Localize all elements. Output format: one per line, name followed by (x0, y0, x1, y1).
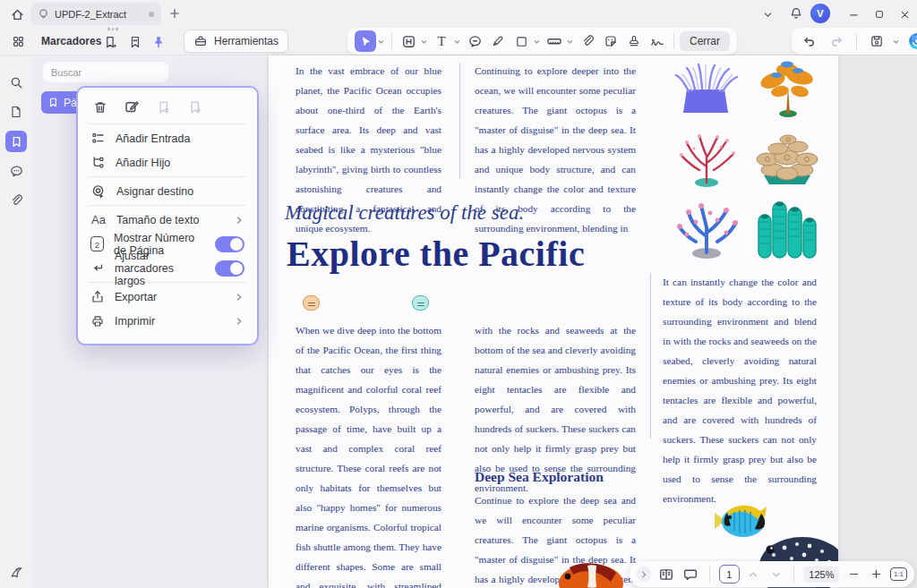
save-chevron-icon[interactable] (891, 37, 901, 47)
bookmark-search-input[interactable]: Buscar (43, 62, 168, 82)
reading-mode-button[interactable] (5, 561, 27, 583)
anemonefish-image (552, 560, 629, 588)
heading-tool-chevron-icon[interactable] (419, 37, 429, 47)
wrap-bookmarks-toggle[interactable] (215, 260, 244, 277)
menu-item-text-size[interactable]: Aa Tamaño de texto (78, 208, 257, 232)
sea-creatures-grid (667, 55, 828, 261)
search-icon (9, 75, 24, 90)
close-tools-label: Cerrar (690, 35, 720, 47)
bookmark-icon (47, 97, 59, 108)
toolbox-icon (193, 34, 208, 48)
plate-coral-image (750, 131, 825, 188)
tools-button[interactable]: Herramientas (184, 30, 288, 53)
sidebar-pages-button[interactable] (5, 101, 27, 123)
bookmark-list-button[interactable] (125, 32, 145, 52)
signature-tool-button[interactable] (647, 30, 668, 52)
submenu-chevron-icon (234, 215, 244, 226)
sidebar-attachments-button[interactable] (5, 190, 27, 211)
sidebar-bookmarks-button[interactable] (5, 131, 27, 152)
next-page-button[interactable] (767, 566, 784, 584)
text-tool-chevron-icon[interactable] (452, 37, 462, 47)
close-button[interactable] (896, 6, 913, 22)
page-icon (9, 105, 23, 119)
sidebar-comments-button[interactable] (5, 160, 27, 182)
menu-item-add-entry[interactable]: Añadir Entrada (78, 126, 257, 150)
menu-item-label: Imprimir (115, 315, 224, 328)
page-number-icon: 2 (90, 236, 104, 251)
menu-item-label: Añadir Entrada (116, 132, 244, 145)
comment-tool-button[interactable] (464, 30, 485, 52)
zoom-out-button[interactable] (844, 566, 861, 584)
new-tab-button[interactable] (166, 4, 184, 22)
plus-icon (168, 7, 181, 20)
paragraph-bottom-left: When we dive deep into the bottom of the… (296, 320, 441, 588)
show-page-number-toggle[interactable] (215, 236, 244, 252)
delete-icon[interactable] (92, 99, 108, 115)
minimize-button[interactable] (845, 6, 861, 22)
menu-item-assign-destination[interactable]: Asignar destino (78, 179, 257, 203)
sticker-tool-button[interactable] (600, 30, 621, 52)
menu-item-add-child[interactable]: Añadir Hijo (78, 150, 257, 175)
menu-item-label: Asignar destino (116, 185, 244, 198)
pin-panel-button[interactable] (149, 32, 168, 52)
menu-item-export[interactable]: Exportar (78, 285, 257, 309)
page-number-input[interactable]: 1 (719, 565, 740, 584)
assign-destination-icon (90, 183, 107, 200)
previous-page-button[interactable] (745, 566, 762, 584)
notifications-button[interactable] (787, 4, 805, 22)
signature-icon (649, 33, 665, 49)
menu-divider (89, 205, 246, 206)
measure-tool-button[interactable] (544, 30, 565, 52)
undo-button[interactable] (799, 30, 820, 52)
bookmark-icon (128, 35, 142, 49)
ai-assistant-button[interactable] (906, 30, 917, 52)
shape-tool-button[interactable] (510, 30, 532, 52)
collapse-bar-button[interactable] (637, 567, 651, 582)
zoom-level-value[interactable]: 125% (803, 567, 839, 583)
page-layout-button[interactable] (656, 565, 675, 584)
grid-icon (12, 35, 25, 48)
titlebar-chevron-button[interactable] (759, 6, 776, 22)
select-tool-chevron-icon[interactable] (376, 37, 386, 47)
shape-tool-chevron-icon[interactable] (532, 37, 542, 47)
chevron-down-icon (762, 9, 774, 21)
print-icon (90, 314, 105, 328)
context-menu-icon-row (78, 93, 257, 122)
redo-button[interactable] (826, 30, 847, 52)
user-avatar[interactable]: V (810, 4, 830, 23)
toolbar-divider (391, 33, 392, 49)
rename-icon[interactable] (124, 98, 141, 115)
maximize-icon (874, 9, 885, 20)
paragraph-right: It can instantly change the color and te… (663, 272, 817, 508)
plus-icon (870, 568, 882, 580)
page-comments-button[interactable] (681, 565, 700, 584)
pdf-page[interactable]: In the vast embrace of our blue planet, … (269, 55, 838, 588)
search-placeholder: Buscar (51, 67, 81, 78)
stamp-tool-button[interactable] (623, 30, 645, 52)
attachment-tool-button[interactable] (577, 30, 598, 52)
measure-tool-chevron-icon[interactable] (565, 37, 575, 47)
actual-size-button[interactable]: 1:1 (890, 567, 907, 581)
submenu-chevron-icon (234, 316, 244, 327)
apps-grid-button[interactable] (9, 32, 27, 50)
text-tool-button[interactable]: T (431, 30, 452, 52)
zoom-in-button[interactable] (868, 566, 885, 584)
close-tools-button[interactable]: Cerrar (680, 31, 730, 51)
home-button[interactable] (7, 4, 27, 24)
save-button[interactable] (866, 30, 887, 52)
tab-file-icon (38, 8, 49, 20)
menu-item-wrap-bookmarks[interactable]: Ajustar marcadores largos (78, 256, 257, 280)
comment-annotation-orange[interactable] (303, 295, 320, 311)
sidebar-search-button[interactable] (5, 72, 27, 93)
menu-item-print[interactable]: Imprimir (78, 309, 257, 333)
minimize-icon (848, 9, 860, 21)
bookmark-move-icon-disabled (187, 99, 203, 115)
pen-tool-button[interactable] (487, 30, 509, 52)
maximize-button[interactable] (871, 6, 887, 22)
select-tool-button[interactable] (355, 30, 376, 52)
document-tab[interactable]: UPDF-2_Extract (30, 3, 161, 25)
add-bookmark-button[interactable] (100, 32, 120, 52)
heading-tool-button[interactable] (398, 30, 419, 52)
comment-annotation-teal[interactable] (412, 295, 429, 311)
menu-divider (89, 176, 246, 177)
